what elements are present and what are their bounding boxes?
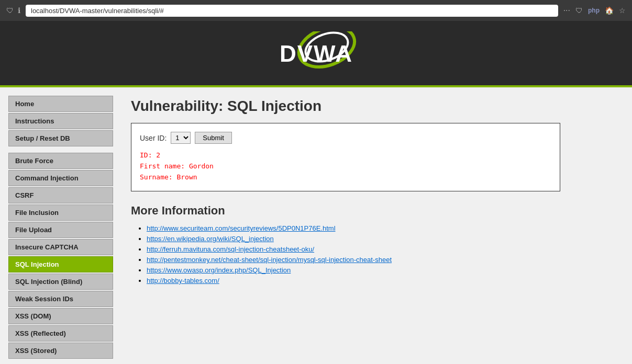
dvwa-logo-svg: DVWA [274, 31, 358, 73]
list-item: http://pentestmonkey.net/cheat-sheet/sql… [147, 255, 616, 264]
sidebar: Home Instructions Setup / Reset DB Brute… [0, 87, 115, 364]
more-info-list: http://www.securiteam.com/securityreview… [131, 224, 616, 285]
sidebar-item-sql-injection[interactable]: SQL Injection [8, 256, 113, 272]
sidebar-item-xss-dom[interactable]: XSS (DOM) [8, 308, 113, 324]
address-bar[interactable]: localhost/DVWA-master/vulnerabilities/sq… [26, 5, 558, 17]
content-area: Vulnerability: SQL Injection User ID: 1 … [115, 87, 632, 364]
pocket-icon[interactable]: 🛡 [575, 6, 583, 15]
page-wrapper: DVWA Home Instructions Setup / Reset DB … [0, 21, 632, 364]
sidebar-item-csrf[interactable]: CSRF [8, 187, 113, 203]
link-1[interactable]: http://www.securiteam.com/securityreview… [147, 224, 336, 232]
user-id-row: User ID: 1 2 3 Submit [140, 132, 551, 144]
dvwa-header: DVWA [0, 21, 632, 87]
menu-icon[interactable]: ··· [563, 6, 570, 15]
result-first-name: First name: Gordon [140, 161, 551, 172]
sidebar-item-brute-force[interactable]: Brute Force [8, 153, 113, 169]
sidebar-item-file-upload[interactable]: File Upload [8, 222, 113, 238]
svg-text:DVWA: DVWA [280, 41, 353, 66]
url-text: localhost/DVWA-master/vulnerabilities/sq… [31, 7, 164, 15]
list-item: https://en.wikipedia.org/wiki/SQL_inject… [147, 234, 616, 243]
link-3[interactable]: http://ferruh.mavituna.com/sql-injection… [147, 245, 314, 253]
list-item: http://ferruh.mavituna.com/sql-injection… [147, 245, 616, 253]
browser-chrome: 🛡 ℹ localhost/DVWA-master/vulnerabilitie… [0, 0, 632, 21]
dvwa-logo: DVWA [274, 31, 358, 75]
main-container: Home Instructions Setup / Reset DB Brute… [0, 87, 632, 364]
browser-right-icons: ··· 🛡 php 🏠 ☆ [563, 6, 626, 15]
more-info-title: More Information [131, 204, 616, 218]
browser-nav-icons: 🛡 ℹ [6, 6, 20, 15]
link-5[interactable]: https://www.owasp.org/index.php/SQL_Inje… [147, 266, 291, 274]
user-id-select[interactable]: 1 2 3 [171, 132, 191, 144]
result-id: ID: 2 [140, 150, 551, 161]
home-icon[interactable]: 🏠 [605, 6, 614, 15]
list-item: http://www.securiteam.com/securityreview… [147, 224, 616, 232]
input-box: User ID: 1 2 3 Submit ID: 2 First name: … [131, 123, 560, 191]
sidebar-divider-1 [8, 147, 115, 153]
star-icon[interactable]: ☆ [619, 6, 626, 15]
list-item: http://bobby-tables.com/ [147, 276, 616, 285]
sidebar-item-home[interactable]: Home [8, 96, 113, 112]
list-item: https://www.owasp.org/index.php/SQL_Inje… [147, 266, 616, 274]
submit-button[interactable]: Submit [195, 132, 231, 144]
sidebar-item-sql-injection-blind[interactable]: SQL Injection (Blind) [8, 274, 113, 290]
sidebar-item-insecure-captcha[interactable]: Insecure CAPTCHA [8, 239, 113, 255]
sidebar-item-command-injection[interactable]: Command Injection [8, 170, 113, 186]
sidebar-item-xss-reflected[interactable]: XSS (Reflected) [8, 325, 113, 342]
sidebar-item-file-inclusion[interactable]: File Inclusion [8, 204, 113, 221]
shield-icon: 🛡 [6, 6, 14, 15]
link-2[interactable]: https://en.wikipedia.org/wiki/SQL_inject… [147, 235, 274, 243]
php-badge: php [588, 7, 600, 14]
sidebar-item-weak-session-ids[interactable]: Weak Session IDs [8, 291, 113, 307]
sidebar-item-setup-reset-db[interactable]: Setup / Reset DB [8, 130, 113, 146]
link-6[interactable]: http://bobby-tables.com/ [147, 277, 219, 285]
sidebar-item-xss-stored[interactable]: XSS (Stored) [8, 343, 113, 359]
user-id-label: User ID: [140, 134, 167, 142]
page-title: Vulnerability: SQL Injection [131, 98, 616, 115]
result-text: ID: 2 First name: Gordon Surname: Brown [140, 150, 551, 183]
link-4[interactable]: http://pentestmonkey.net/cheat-sheet/sql… [147, 256, 392, 264]
info-icon: ℹ [18, 6, 20, 15]
sidebar-item-instructions[interactable]: Instructions [8, 113, 113, 129]
result-surname: Surname: Brown [140, 172, 551, 183]
